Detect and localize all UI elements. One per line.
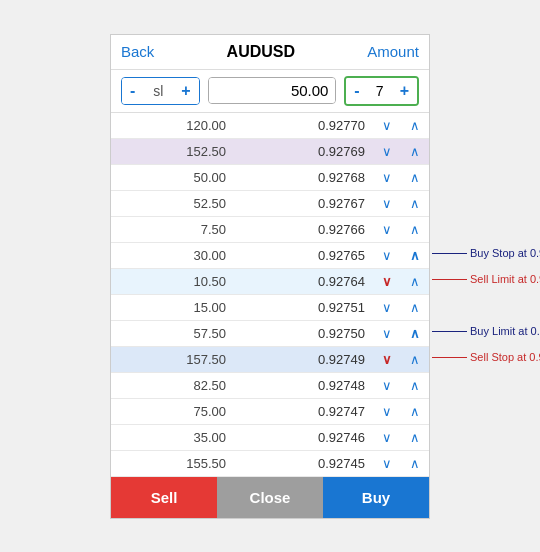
row-up-arrow[interactable]: ∧ xyxy=(401,216,429,242)
row-down-arrow[interactable]: ∨ xyxy=(373,372,401,398)
row-down-arrow[interactable]: ∨ xyxy=(373,216,401,242)
row-price: 0.92770 xyxy=(234,113,373,139)
row-up-arrow[interactable]: ∧ xyxy=(401,242,429,268)
row-amount: 82.50 xyxy=(111,372,234,398)
row-price: 0.92749 xyxy=(234,346,373,372)
row-amount: 75.00 xyxy=(111,398,234,424)
sl-minus-button[interactable]: - xyxy=(122,78,143,104)
row-down-arrow[interactable]: ∨ xyxy=(373,320,401,346)
sl-stepper: - + xyxy=(121,77,200,105)
sell-button[interactable]: Sell xyxy=(111,477,217,518)
row-amount: 7.50 xyxy=(111,216,234,242)
row-price: 0.92745 xyxy=(234,450,373,476)
row-down-arrow[interactable]: ∨ xyxy=(373,424,401,450)
table-row: 15.00 0.92751 ∨ ∧ xyxy=(111,294,429,320)
price-table-wrapper: 120.00 0.92770 ∨ ∧ 152.50 0.92769 ∨ ∧ 50… xyxy=(111,113,429,477)
controls-row: - + - + xyxy=(111,70,429,113)
amount-input[interactable] xyxy=(368,83,392,99)
row-price: 0.92748 xyxy=(234,372,373,398)
row-amount: 35.00 xyxy=(111,424,234,450)
row-price: 0.92751 xyxy=(234,294,373,320)
table-row: 155.50 0.92745 ∨ ∧ xyxy=(111,450,429,476)
back-button[interactable]: Back xyxy=(121,43,154,60)
row-price: 0.92746 xyxy=(234,424,373,450)
row-amount: 155.50 xyxy=(111,450,234,476)
row-price: 0.92765 xyxy=(234,242,373,268)
row-down-arrow[interactable]: ∨ xyxy=(373,113,401,139)
row-price: 0.92768 xyxy=(234,164,373,190)
table-row: 157.50 0.92749 ∨ ∧ xyxy=(111,346,429,372)
row-price: 0.92750 xyxy=(234,320,373,346)
row-up-arrow[interactable]: ∧ xyxy=(401,372,429,398)
row-amount: 52.50 xyxy=(111,190,234,216)
row-down-arrow[interactable]: ∨ xyxy=(373,164,401,190)
close-button[interactable]: Close xyxy=(217,477,323,518)
buy-button[interactable]: Buy xyxy=(323,477,429,518)
row-amount: 10.50 xyxy=(111,268,234,294)
table-row: 30.00 0.92765 ∨ ∧ xyxy=(111,242,429,268)
price-input-group xyxy=(208,77,337,104)
row-amount: 50.00 xyxy=(111,164,234,190)
row-up-arrow[interactable]: ∧ xyxy=(401,138,429,164)
row-price: 0.92769 xyxy=(234,138,373,164)
table-row: 50.00 0.92768 ∨ ∧ xyxy=(111,164,429,190)
row-down-arrow[interactable]: ∨ xyxy=(373,346,401,372)
main-container: Back AUDUSD Amount - + - + xyxy=(110,34,430,519)
footer-buttons: Sell Close Buy xyxy=(111,477,429,518)
row-up-arrow[interactable]: ∧ xyxy=(401,398,429,424)
amount-label[interactable]: Amount xyxy=(367,43,419,60)
table-row: 75.00 0.92747 ∨ ∧ xyxy=(111,398,429,424)
header: Back AUDUSD Amount xyxy=(111,35,429,70)
row-down-arrow[interactable]: ∨ xyxy=(373,242,401,268)
row-up-arrow[interactable]: ∧ xyxy=(401,113,429,139)
row-up-arrow[interactable]: ∧ xyxy=(401,450,429,476)
sl-plus-button[interactable]: + xyxy=(173,78,198,104)
row-up-arrow[interactable]: ∧ xyxy=(401,190,429,216)
table-row: 10.50 0.92764 ∨ ∧ xyxy=(111,268,429,294)
row-price: 0.92747 xyxy=(234,398,373,424)
row-up-arrow[interactable]: ∧ xyxy=(401,164,429,190)
price-table: 120.00 0.92770 ∨ ∧ 152.50 0.92769 ∨ ∧ 50… xyxy=(111,113,429,477)
row-up-arrow[interactable]: ∧ xyxy=(401,424,429,450)
row-amount: 57.50 xyxy=(111,320,234,346)
row-amount: 30.00 xyxy=(111,242,234,268)
table-row: 7.50 0.92766 ∨ ∧ xyxy=(111,216,429,242)
table-row: 152.50 0.92769 ∨ ∧ xyxy=(111,138,429,164)
trading-panel: Back AUDUSD Amount - + - + xyxy=(110,34,430,519)
row-amount: 152.50 xyxy=(111,138,234,164)
row-amount: 15.00 xyxy=(111,294,234,320)
table-row: 120.00 0.92770 ∨ ∧ xyxy=(111,113,429,139)
amount-stepper: - + xyxy=(344,76,419,106)
table-row: 52.50 0.92767 ∨ ∧ xyxy=(111,190,429,216)
row-down-arrow[interactable]: ∨ xyxy=(373,294,401,320)
row-down-arrow[interactable]: ∨ xyxy=(373,138,401,164)
row-price: 0.92766 xyxy=(234,216,373,242)
row-down-arrow[interactable]: ∨ xyxy=(373,190,401,216)
row-price: 0.92767 xyxy=(234,190,373,216)
row-amount: 120.00 xyxy=(111,113,234,139)
row-up-arrow[interactable]: ∧ xyxy=(401,320,429,346)
row-down-arrow[interactable]: ∨ xyxy=(373,398,401,424)
sl-input[interactable] xyxy=(143,83,173,99)
pair-title: AUDUSD xyxy=(227,43,295,61)
amount-plus-button[interactable]: + xyxy=(392,78,417,104)
table-row: 82.50 0.92748 ∨ ∧ xyxy=(111,372,429,398)
row-down-arrow[interactable]: ∨ xyxy=(373,268,401,294)
table-row: 57.50 0.92750 ∨ ∧ xyxy=(111,320,429,346)
row-price: 0.92764 xyxy=(234,268,373,294)
row-amount: 157.50 xyxy=(111,346,234,372)
row-up-arrow[interactable]: ∧ xyxy=(401,268,429,294)
row-up-arrow[interactable]: ∧ xyxy=(401,346,429,372)
row-down-arrow[interactable]: ∨ xyxy=(373,450,401,476)
table-row: 35.00 0.92746 ∨ ∧ xyxy=(111,424,429,450)
amount-minus-button[interactable]: - xyxy=(346,78,367,104)
price-input[interactable] xyxy=(209,78,337,103)
row-up-arrow[interactable]: ∧ xyxy=(401,294,429,320)
